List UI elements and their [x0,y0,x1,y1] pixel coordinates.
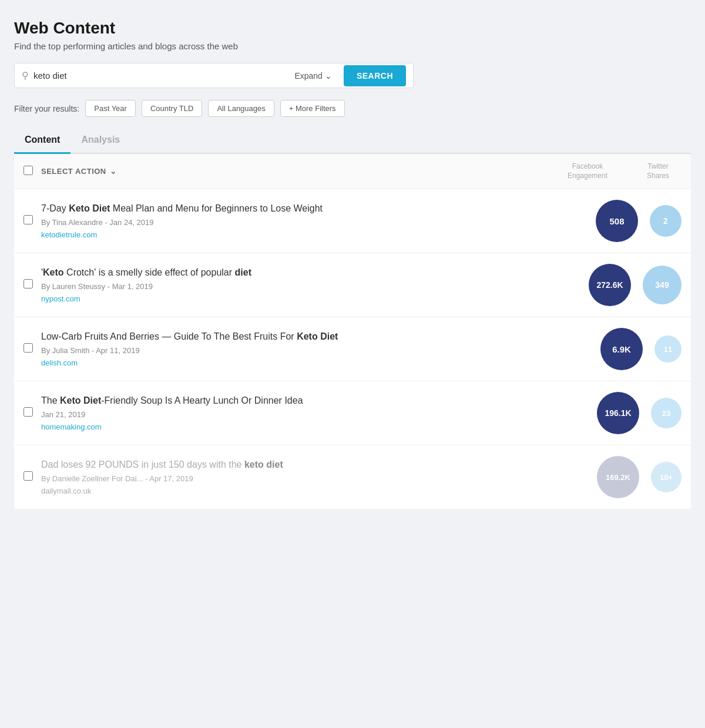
article-title-1: 7-Day Keto Diet Meal Plan and Menu for B… [41,202,586,215]
filter-country-tld[interactable]: Country TLD [142,100,202,117]
content-table: SELECT ACTION ⌄ FacebookEngagement Twitt… [14,154,691,509]
table-header: SELECT ACTION ⌄ FacebookEngagement Twitt… [14,154,691,189]
article-row: 7-Day Keto Diet Meal Plan and Menu for B… [14,189,691,253]
article-checkbox-3[interactable] [24,343,33,353]
page-title: Web Content [14,19,691,38]
article-content-3: Low-Carb Fruits And Berries — Guide To T… [41,330,591,367]
article-metrics-5: 169.2K 10+ [597,456,682,498]
article-checkbox-5[interactable] [24,471,33,481]
article-metrics-4: 196.1K 23 [597,392,682,434]
twitter-metric-3: 11 [654,336,682,363]
article-meta-2: By Lauren Steussy - Mar 1, 2019 [41,282,579,291]
article-title-5: Dad loses 92 POUNDS in just 150 days wit… [41,458,588,471]
article-link-5[interactable]: dailymail.co.uk [41,487,91,495]
facebook-metric-2: 272.6K [589,264,631,306]
tab-analysis[interactable]: Analysis [70,129,130,154]
page-subtitle: Find the top performing articles and blo… [14,41,691,51]
select-all-checkbox-wrap[interactable] [24,166,33,177]
expand-button[interactable]: Expand ⌄ [287,66,338,85]
filter-more-filters[interactable]: + More Filters [280,100,345,117]
article-checkbox-4[interactable] [24,407,33,417]
article-meta-3: By Julia Smith - Apr 11, 2019 [41,346,591,355]
article-row: Dad loses 92 POUNDS in just 150 days wit… [14,445,691,509]
column-headers: FacebookEngagement TwitterShares [564,162,682,180]
article-link-1[interactable]: ketodietrule.com [41,230,97,239]
facebook-metric-3: 6.9K [600,328,643,370]
article-row: 'Keto Crotch' is a smelly side effect of… [14,253,691,317]
article-title-3: Low-Carb Fruits And Berries — Guide To T… [41,330,591,343]
article-content-2: 'Keto Crotch' is a smelly side effect of… [41,266,579,303]
filter-past-year[interactable]: Past Year [85,100,136,117]
search-button[interactable]: SEARCH [344,65,406,86]
facebook-metric-4: 196.1K [597,392,639,434]
filters-label: Filter your results: [14,104,79,113]
article-title-2: 'Keto Crotch' is a smelly side effect of… [41,266,579,279]
article-link-3[interactable]: delish.com [41,358,78,367]
article-row: The Keto Diet-Friendly Soup Is A Hearty … [14,381,691,445]
article-meta-1: By Tina Alexandre - Jan 24, 2019 [41,218,586,227]
twitter-metric-2: 349 [643,266,682,304]
article-meta-5: By Danielle Zoellner For Dai... - Apr 17… [41,474,588,483]
search-input[interactable] [33,63,287,88]
chevron-down-icon: ⌄ [110,167,117,176]
tab-content[interactable]: Content [14,129,70,154]
tabs-row: Content Analysis [14,129,691,154]
article-content-5: Dad loses 92 POUNDS in just 150 days wit… [41,458,588,495]
select-all-checkbox[interactable] [24,166,33,175]
facebook-metric-1: 508 [596,200,638,242]
article-content-4: The Keto Diet-Friendly Soup Is A Hearty … [41,394,588,431]
article-checkbox-1[interactable] [24,215,33,224]
article-meta-4: Jan 21, 2019 [41,410,588,419]
twitter-metric-1: 2 [650,205,682,237]
article-row: Low-Carb Fruits And Berries — Guide To T… [14,317,691,381]
article-checkbox-2[interactable] [24,279,33,288]
select-action-button[interactable]: SELECT ACTION ⌄ [41,167,116,176]
filter-all-languages[interactable]: All Languages [208,100,274,117]
twitter-metric-4: 23 [651,398,682,428]
article-metrics-1: 508 2 [596,200,682,242]
search-bar: ⚲ Expand ⌄ SEARCH [14,63,414,88]
search-icon: ⚲ [22,70,29,81]
chevron-down-icon: ⌄ [325,71,332,80]
article-metrics-3: 6.9K 11 [600,328,682,370]
article-metrics-2: 272.6K 349 [589,264,682,306]
article-link-4[interactable]: homemaking.com [41,422,102,431]
article-title-4: The Keto Diet-Friendly Soup Is A Hearty … [41,394,588,407]
col-header-facebook: FacebookEngagement [564,162,611,180]
twitter-metric-5: 10+ [651,462,682,492]
col-header-twitter: TwitterShares [634,162,682,180]
article-link-2[interactable]: nypost.com [41,294,80,303]
filters-row: Filter your results: Past Year Country T… [14,100,691,117]
article-content-1: 7-Day Keto Diet Meal Plan and Menu for B… [41,202,586,239]
facebook-metric-5: 169.2K [597,456,639,498]
